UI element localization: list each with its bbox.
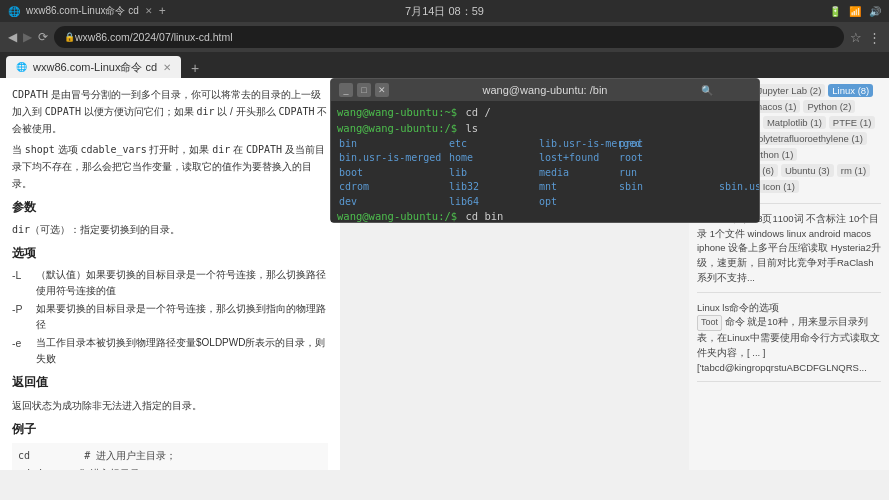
shopt-desc: 当 shopt 选项 cdable_vars 打开时，如果 dir 在 CDPA… [12, 141, 328, 192]
option-e: -e 当工作目录本被切换到物理路径变量$OLDPWD所表示的目录，则失败 [12, 335, 328, 367]
datetime-display: 7月14日 08：59 [405, 4, 484, 19]
terminal-title: wang@wang-ubuntu: /bin [389, 84, 701, 96]
terminal-prompt-3: wang@wang-ubuntu:/$ [337, 209, 457, 222]
terminal-titlebar-spacer: 🔍 [701, 83, 751, 97]
ls-file-home: home [449, 151, 539, 166]
option-L: -L （默认值）如果要切换的目标目录是一个符号连接，那么切换路径使用符号连接的值 [12, 267, 328, 299]
lock-icon: 🔒 [64, 32, 75, 42]
return-title: 返回值 [12, 373, 328, 392]
terminal-cmd-3: cd bin [459, 209, 503, 222]
system-tray: 🔋 📶 🔊 [829, 6, 881, 17]
url-input[interactable]: 🔒 wxw86.com/2024/07/linux-cd.html [54, 26, 844, 48]
bookmark-icon[interactable]: ☆ [850, 30, 862, 45]
close-tab-icon[interactable]: ✕ [145, 6, 153, 16]
example-title: 例子 [12, 420, 328, 439]
example-line-1: cd # 进入用户主目录； [18, 447, 322, 465]
terminal-maximize-button[interactable]: □ [357, 83, 371, 97]
tag-matplotlib2[interactable]: Matplotlib (1) [763, 116, 826, 129]
window-title: wxw86.com-Linux命令 cd [26, 4, 139, 18]
ls-output-grid: bin etc lib.usr-is-merged proc snap usr … [337, 137, 753, 210]
ls-file-cdrom: cdrom [339, 180, 449, 195]
back-button[interactable]: ◀ [8, 30, 17, 44]
tag-ptfe1[interactable]: PTFE (1) [829, 116, 876, 129]
terminal-line-1: wang@wang-ubuntu:~$ cd / [337, 105, 753, 121]
tab-favicon: 🌐 [16, 62, 27, 72]
examples-block: cd # 进入用户主目录； cd / # 进入根目录 cd ~ # 进入用户主目… [12, 443, 328, 470]
new-tab-button[interactable]: + [185, 58, 205, 78]
terminal-prompt-2: wang@wang-ubuntu:/$ [337, 121, 457, 137]
article-content: CDPATH 是由冒号分割的一到多个目录，你可以将常去的目录的上一级加入到 CD… [0, 78, 340, 470]
options-list: -L （默认值）如果要切换的目标目录是一个符号连接，那么切换路径使用符号连接的值… [12, 267, 328, 367]
example-line-2: cd / # 进入根目录 [18, 465, 322, 470]
ls-file-etc: etc [449, 137, 539, 152]
ls-file-root: root [619, 151, 719, 166]
return-desc: 返回状态为成功除非无法进入指定的目录。 [12, 397, 328, 414]
tab-title: wxw86.com-Linux命令 cd [33, 60, 157, 75]
ls-file-sbin: sbin [619, 180, 719, 195]
ls-file-media: media [539, 166, 619, 181]
volume-icon: 🔊 [869, 6, 881, 17]
ls-file-lib.usr: lib.usr-is-merged [539, 137, 619, 152]
terminal-window: _ □ ✕ wang@wang-ubuntu: /bin 🔍 wang@wang… [330, 78, 760, 223]
app-icon: 🌐 [8, 6, 20, 17]
ls-file-lib32: lib32 [449, 180, 539, 195]
url-text: wxw86.com/2024/07/linux-cd.html [75, 31, 233, 43]
tag-icon[interactable]: Icon (1) [759, 180, 799, 193]
tag-ubuntu[interactable]: Ubuntu (3) [781, 164, 834, 177]
tab-close-button[interactable]: ✕ [163, 62, 171, 73]
ls-file-dev: dev [339, 195, 449, 210]
battery-icon: 🔋 [829, 6, 841, 17]
menu-icon[interactable]: ⋮ [868, 30, 881, 45]
sidebar-text-2: Linux ls命令的选项 Toot 命令 就是10种，用来显示目录列表，在Li… [697, 301, 881, 376]
terminal-search-icon[interactable]: 🔍 [701, 85, 713, 96]
terminal-close-button[interactable]: ✕ [375, 83, 389, 97]
terminal-minimize-button[interactable]: _ [339, 83, 353, 97]
tag-polytet[interactable]: Polytetrafluoroethylene (1) [748, 132, 867, 145]
terminal-line-2: wang@wang-ubuntu:/$ ls [337, 121, 753, 137]
wifi-icon: 📶 [849, 6, 861, 17]
sidebar-item-1: Linux ls命令 28页1100词 不含标注 10个目录 1个文件 wind… [697, 212, 881, 293]
ls-file-lib64: lib64 [449, 195, 539, 210]
address-bar-row: ◀ ▶ ⟳ 🔒 wxw86.com/2024/07/linux-cd.html … [0, 22, 889, 52]
options-title: 选项 [12, 244, 328, 263]
env-description: CDPATH 是由冒号分割的一到多个目录，你可以将常去的目录的上一级加入到 CD… [12, 86, 328, 137]
tag-jupyterlab[interactable]: Jupyter Lab (2) [753, 84, 825, 97]
ls-file-run: run [619, 166, 719, 181]
terminal-body[interactable]: wang@wang-ubuntu:~$ cd / wang@wang-ubunt… [331, 101, 759, 222]
active-tab[interactable]: 🌐 wxw86.com-Linux命令 cd ✕ [6, 56, 181, 78]
topbar-left-icons: 🌐 wxw86.com-Linux命令 cd ✕ + [8, 4, 166, 18]
new-tab-icon[interactable]: + [159, 4, 166, 18]
forward-button[interactable]: ▶ [23, 30, 32, 44]
terminal-window-controls: _ □ ✕ [339, 83, 389, 97]
terminal-cmd-1: cd / [459, 105, 491, 121]
main-content: CDPATH 是由冒号分割的一到多个目录，你可以将常去的目录的上一级加入到 CD… [0, 78, 889, 470]
params-title: 参数 [12, 198, 328, 217]
terminal-titlebar: _ □ ✕ wang@wang-ubuntu: /bin 🔍 [331, 79, 759, 101]
ls-file-opt: opt [539, 195, 619, 210]
terminal-cmd-2: ls [459, 121, 478, 137]
ls-file-sbin.usr: sbin.usr-is-merged [719, 180, 759, 195]
ls-file-mnt: mnt [539, 180, 619, 195]
toot-label: Toot [697, 315, 722, 331]
ls-file-proc: proc [619, 137, 719, 152]
reload-button[interactable]: ⟳ [38, 30, 48, 44]
terminal-line-3: wang@wang-ubuntu:/$ cd bin [337, 209, 753, 222]
tag-rm[interactable]: rm (1) [837, 164, 870, 177]
tag-linux[interactable]: Linux (8) [828, 84, 873, 97]
tab-bar: 🌐 wxw86.com-Linux命令 cd ✕ + [0, 52, 889, 78]
system-topbar: 🌐 wxw86.com-Linux命令 cd ✕ + 7月14日 08：59 🔋… [0, 0, 889, 22]
option-P: -P 如果要切换的目标目录是一个符号连接，那么切换到指向的物理路径 [12, 301, 328, 333]
ls-file-bin: bin [339, 137, 449, 152]
sidebar-text-1: Linux ls命令 28页1100词 不含标注 10个目录 1个文件 wind… [697, 212, 881, 286]
ls-file-bin.usr: bin.usr-is-merged [339, 151, 449, 166]
sidebar-item-2: Linux ls命令的选项 Toot 命令 就是10种，用来显示目录列表，在Li… [697, 301, 881, 383]
terminal-prompt-1: wang@wang-ubuntu:~$ [337, 105, 457, 121]
ls-file-lost+found: lost+found [539, 151, 619, 166]
tag-python2[interactable]: Python (2) [803, 100, 855, 113]
params-desc: dir（可选）：指定要切换到的目录。 [12, 221, 328, 238]
ls-file-boot: boot [339, 166, 449, 181]
ls-file-lib: lib [449, 166, 539, 181]
